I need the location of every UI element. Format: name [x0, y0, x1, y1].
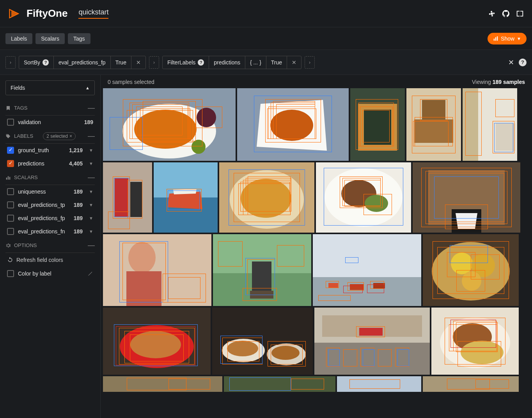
stage-filterlabels[interactable]: FilterLabels? predictions { ... } True ✕: [162, 56, 301, 69]
label-row-ground-truth[interactable]: ground_truth 1,219 ▼: [5, 144, 95, 157]
svg-point-11: [197, 108, 216, 127]
sample-grid[interactable]: [101, 88, 532, 418]
checkbox[interactable]: [7, 119, 14, 126]
svg-rect-6: [8, 176, 9, 180]
svg-rect-53: [313, 277, 421, 306]
labels-section-header[interactable]: LABELS 2 selected× —: [5, 129, 95, 144]
stage-extra[interactable]: { ... }: [245, 56, 266, 69]
sample-thumbnail[interactable]: [237, 88, 349, 161]
svg-point-61: [462, 271, 481, 291]
svg-rect-22: [422, 100, 445, 119]
sample-thumbnail[interactable]: [103, 308, 211, 375]
close-icon[interactable]: ×: [69, 133, 72, 139]
sample-thumbnail[interactable]: [219, 162, 314, 233]
svg-marker-31: [167, 192, 202, 209]
sample-thumbnail[interactable]: [431, 308, 519, 375]
chevron-down-icon[interactable]: ▼: [89, 189, 93, 194]
sample-thumbnail[interactable]: [213, 234, 311, 306]
scalar-row-tp[interactable]: eval_predictions_tp 189 ▼: [5, 198, 95, 212]
selected-pill[interactable]: 2 selected×: [43, 132, 76, 140]
add-stage-right[interactable]: ›: [305, 56, 315, 69]
collapse-icon[interactable]: —: [88, 132, 95, 140]
scalars-section-header[interactable]: SCALARS —: [5, 170, 95, 185]
chevron-down-icon[interactable]: ▼: [89, 203, 93, 207]
sample-thumbnail[interactable]: [314, 308, 430, 375]
stage-sortby[interactable]: SortBy? eval_predictions_fp True ✕: [19, 56, 146, 69]
collapse-icon[interactable]: —: [88, 173, 95, 181]
sample-thumbnail[interactable]: [212, 308, 313, 375]
sample-thumbnail[interactable]: [423, 376, 519, 392]
labels-chip[interactable]: Labels: [5, 33, 32, 44]
tag-row-validation[interactable]: validation 189: [5, 116, 95, 129]
dataset-selector[interactable]: quickstart: [78, 8, 108, 19]
sample-thumbnail[interactable]: [103, 234, 211, 306]
svg-rect-2: [494, 39, 495, 41]
content-area: 0 samples selected Viewing 189 samples: [101, 75, 532, 418]
sample-thumbnail[interactable]: [103, 162, 152, 233]
sample-thumbnail[interactable]: [103, 376, 222, 392]
refresh-colors-button[interactable]: Refresh field colors: [5, 253, 95, 267]
chevron-down-icon[interactable]: ▼: [89, 161, 93, 166]
tags-section-header[interactable]: TAGS —: [5, 101, 95, 116]
collapse-icon[interactable]: —: [88, 104, 95, 112]
collapse-icon[interactable]: —: [88, 241, 95, 249]
sample-thumbnail[interactable]: [350, 88, 405, 161]
checkbox[interactable]: [7, 228, 14, 235]
sample-thumbnail[interactable]: [316, 162, 411, 233]
color-by-label-row[interactable]: Color by label: [5, 267, 95, 280]
github-icon[interactable]: [502, 9, 510, 18]
app-name: FiftyOne: [27, 7, 67, 20]
clear-view-icon[interactable]: ✕: [508, 58, 514, 67]
help-icon[interactable]: ?: [198, 59, 204, 66]
sample-thumbnail[interactable]: [413, 162, 520, 233]
chevron-down-icon[interactable]: ▼: [89, 229, 93, 234]
sample-thumbnail[interactable]: [423, 234, 519, 306]
checkbox[interactable]: [7, 160, 14, 167]
app-header: FiftyOne quickstart: [0, 0, 532, 27]
help-icon[interactable]: ?: [43, 59, 49, 66]
show-button[interactable]: Show ▼: [488, 33, 527, 44]
checkbox[interactable]: [7, 270, 14, 277]
svg-rect-56: [373, 283, 385, 288]
scalar-row-uniqueness[interactable]: uniqueness 189 ▼: [5, 185, 95, 198]
checkbox[interactable]: [7, 188, 14, 195]
stage-param[interactable]: eval_predictions_fp: [54, 56, 111, 69]
tags-chip[interactable]: Tags: [68, 33, 90, 44]
label-row-predictions[interactable]: predictions 4,405 ▼: [5, 157, 95, 170]
tag-label: validation: [18, 119, 80, 125]
stage-value[interactable]: True: [111, 56, 131, 69]
options-section-header[interactable]: OPTIONS —: [5, 238, 95, 253]
scalar-row-fp[interactable]: eval_predictions_fp 189 ▼: [5, 212, 95, 225]
checkbox[interactable]: [7, 201, 14, 208]
checkbox[interactable]: [7, 215, 14, 222]
close-icon[interactable]: ✕: [131, 56, 145, 69]
svg-rect-47: [126, 271, 161, 306]
slack-icon[interactable]: [488, 9, 496, 18]
sample-thumbnail[interactable]: [154, 162, 218, 233]
sample-thumbnail[interactable]: [103, 88, 236, 161]
chevron-down-icon[interactable]: ▼: [89, 148, 93, 153]
chevron-down-icon[interactable]: ▼: [89, 216, 93, 221]
sample-thumbnail[interactable]: [406, 88, 461, 161]
sample-thumbnail[interactable]: [224, 376, 335, 392]
stage-param[interactable]: predictions: [209, 56, 245, 69]
scalar-row-fn[interactable]: eval_predictions_fn 189 ▼: [5, 225, 95, 238]
stage-value[interactable]: True: [266, 56, 287, 69]
sample-thumbnail[interactable]: [313, 234, 421, 306]
sample-thumbnail[interactable]: [463, 88, 517, 161]
checkbox[interactable]: [7, 147, 14, 154]
help-icon[interactable]: ?: [519, 59, 527, 66]
fields-dropdown[interactable]: Fields ▲: [5, 80, 95, 95]
svg-rect-81: [423, 376, 519, 392]
svg-rect-5: [6, 178, 7, 180]
scalars-chip[interactable]: Scalars: [35, 33, 65, 44]
svg-marker-44: [456, 213, 477, 229]
close-icon[interactable]: ✕: [287, 56, 301, 69]
brush-icon[interactable]: [87, 270, 93, 277]
add-stage-left[interactable]: ›: [5, 56, 16, 69]
scalar-label: eval_predictions_tp: [18, 202, 70, 208]
add-stage-mid[interactable]: ›: [149, 56, 159, 69]
fields-label: Fields: [11, 85, 25, 91]
sample-thumbnail[interactable]: [337, 376, 421, 392]
docs-icon[interactable]: [516, 9, 524, 18]
